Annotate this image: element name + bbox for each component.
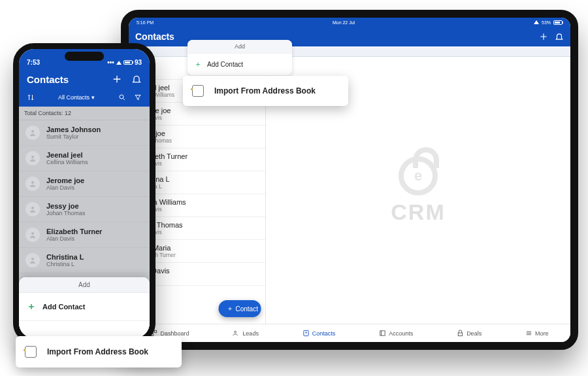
fab-add-contact[interactable]: ＋ Contact [219, 300, 261, 317]
battery-icon [553, 20, 563, 25]
nav-accounts-label: Accounts [389, 330, 413, 337]
phone-notch [65, 52, 104, 61]
add-icon[interactable] [539, 32, 548, 41]
contact-owner: Johan Thomas [46, 210, 85, 216]
chevron-down-icon: ▾ [91, 94, 95, 101]
nav-leads-label: Leads [242, 330, 259, 337]
filter-dropdown[interactable]: All Contacts ▾ [58, 94, 95, 101]
crm-logo: e CRM [391, 156, 445, 225]
tablet-statusbar-time: 5:16 PM [137, 20, 154, 25]
tablet-statusbar-date: Mon 22 Jul [333, 20, 355, 25]
tablet-add-popover: Add ＋ Add Contact [188, 40, 292, 75]
lock-icon: e [399, 156, 438, 196]
phone-battery-label: 93 [135, 59, 142, 66]
contact-owner: Cellina Williams [46, 159, 88, 165]
sheet-add-contact-label: Add Contact [42, 303, 85, 311]
list-item[interactable]: Jessy joeJohan Thomas [19, 197, 150, 222]
svg-point-18 [31, 130, 34, 133]
nav-more[interactable]: More [525, 330, 549, 337]
popover-add-contact[interactable]: ＋ Add Contact [188, 53, 292, 75]
bell-icon[interactable] [131, 74, 142, 84]
phone-sub-header: All Contacts ▾ [19, 91, 150, 107]
tablet-bottom-nav: Dashboard Leads Contacts Accounts Deals … [129, 324, 570, 342]
contact-owner: Alan Davis [46, 184, 84, 191]
contact-name: Jerome joe [46, 177, 84, 184]
plus-icon: ＋ [194, 59, 202, 70]
sort-icon[interactable] [27, 94, 35, 101]
wifi-icon [534, 20, 539, 25]
phone-total-bar: Total Contacts: 12 [19, 107, 150, 120]
filter-icon[interactable] [134, 94, 142, 101]
svg-rect-8 [380, 331, 385, 335]
list-item[interactable]: Jeenal jeelCellina Williams [19, 146, 150, 171]
tablet-import-label: Import From Address Book [214, 86, 316, 95]
phone-title: Contacts [27, 74, 69, 85]
crm-logo-text: CRM [391, 199, 445, 225]
nav-contacts[interactable]: Contacts [302, 330, 336, 337]
phone-add-sheet: Add ＋ Add Contact [19, 277, 150, 338]
popover-title: Add [188, 40, 292, 53]
contact-name: Elizabeth Turner [46, 228, 102, 235]
phone-import-label: Import From Address Book [47, 347, 148, 356]
nav-contacts-label: Contacts [312, 330, 336, 337]
tablet-title: Contacts [135, 31, 174, 42]
address-book-icon [25, 346, 37, 358]
phone-header-actions [112, 74, 142, 84]
avatar [25, 151, 40, 165]
nav-deals-label: Deals [466, 330, 482, 337]
plus-icon: ＋ [227, 304, 233, 313]
svg-line-17 [123, 99, 125, 101]
svg-rect-10 [458, 333, 462, 336]
sheet-title: Add [19, 277, 150, 293]
svg-rect-3 [155, 330, 157, 332]
phone-total-label: Total Contacts: 12 [24, 110, 71, 116]
address-book-icon [192, 85, 204, 97]
svg-point-5 [235, 331, 237, 333]
popover-add-contact-label: Add Contact [207, 61, 243, 68]
svg-point-7 [305, 332, 306, 333]
svg-point-16 [120, 95, 123, 99]
nav-leads[interactable]: Leads [233, 330, 259, 337]
phone-statusbar-time: 7:53 [27, 59, 40, 66]
bell-icon[interactable] [555, 32, 564, 41]
contact-name: James Johnson [46, 126, 101, 133]
tablet-import-address-book[interactable]: Import From Address Book [183, 76, 348, 106]
avatar [25, 126, 40, 140]
sheet-add-contact[interactable]: ＋ Add Contact [19, 293, 150, 321]
nav-dashboard-label: Dashboard [160, 330, 189, 337]
list-item[interactable]: Elizabeth TurnerAlan Davis [19, 222, 150, 248]
fab-label: Contact [236, 305, 258, 313]
svg-point-21 [31, 207, 34, 209]
add-icon[interactable] [112, 74, 122, 84]
signal-icon: ••• [107, 59, 114, 66]
plus-icon: ＋ [27, 301, 36, 313]
tablet-statusbar: 5:16 PM Mon 22 Jul 53% [129, 18, 570, 27]
search-icon[interactable] [118, 94, 126, 101]
list-item[interactable]: James JohnsonSumit Taylor [19, 120, 150, 146]
contact-name: Jessy joe [46, 202, 85, 210]
svg-point-22 [31, 232, 34, 235]
phone-frame: 7:53 ••• 93 Contacts All Contacts ▾ [13, 43, 155, 344]
contact-owner: Alan Davis [46, 235, 102, 242]
svg-point-20 [31, 181, 34, 184]
battery-icon [123, 60, 133, 65]
svg-point-19 [31, 156, 34, 158]
nav-deals[interactable]: Deals [457, 330, 482, 337]
wifi-icon [116, 59, 122, 66]
phone-import-address-book[interactable]: Import From Address Book [16, 336, 182, 367]
tablet-frame: 5:16 PM Mon 22 Jul 53% Contacts acts:1 J… [121, 10, 578, 350]
contact-name: Christina L [46, 253, 84, 261]
avatar [25, 228, 40, 242]
avatar [25, 177, 40, 191]
contact-name: Jeenal jeel [46, 151, 88, 159]
contact-owner: Sumit Taylor [46, 133, 101, 140]
list-item[interactable]: Christina LChristina L [19, 248, 150, 273]
avatar [25, 253, 40, 267]
tablet-header-actions [539, 32, 564, 41]
nav-accounts[interactable]: Accounts [379, 330, 413, 337]
tablet-battery-label: 53% [542, 20, 551, 25]
avatar [25, 202, 40, 216]
phone-filter-label: All Contacts [58, 94, 90, 101]
contact-owner: Christina L [46, 261, 84, 267]
list-item[interactable]: Jerome joeAlan Davis [19, 171, 150, 197]
